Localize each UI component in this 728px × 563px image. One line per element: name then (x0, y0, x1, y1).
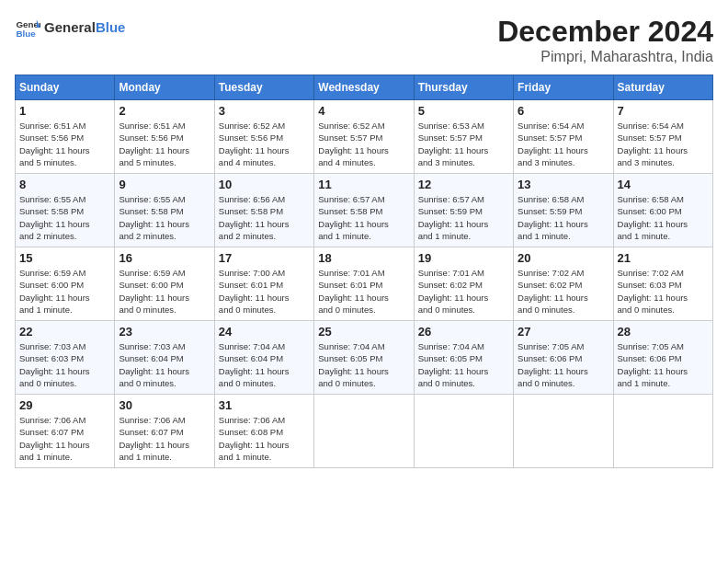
day-number: 27 (518, 325, 609, 339)
day-info: Sunrise: 7:03 AMSunset: 6:03 PMDaylight:… (19, 340, 110, 389)
day-info: Sunrise: 6:51 AMSunset: 5:56 PMDaylight:… (19, 120, 110, 168)
day-info: Sunrise: 7:01 AMSunset: 6:02 PMDaylight:… (418, 267, 509, 316)
calendar-cell: 31 Sunrise: 7:06 AMSunset: 6:08 PMDaylig… (214, 395, 313, 468)
day-number: 2 (119, 104, 210, 118)
calendar-table: Sunday Monday Tuesday Wednesday Thursday… (15, 75, 713, 468)
day-number: 3 (219, 104, 310, 118)
day-number: 4 (318, 104, 409, 118)
calendar-week-row: 22 Sunrise: 7:03 AMSunset: 6:03 PMDaylig… (16, 321, 713, 395)
day-info: Sunrise: 7:02 AMSunset: 6:03 PMDaylight:… (618, 267, 709, 316)
calendar-cell (314, 395, 414, 468)
calendar-week-row: 15 Sunrise: 6:59 AMSunset: 6:00 PMDaylig… (16, 247, 713, 321)
day-number: 17 (219, 251, 310, 265)
day-info: Sunrise: 7:06 AMSunset: 6:07 PMDaylight:… (19, 414, 110, 463)
calendar-cell: 2 Sunrise: 6:51 AMSunset: 5:56 PMDayligh… (115, 100, 214, 174)
calendar-cell: 30 Sunrise: 7:06 AMSunset: 6:07 PMDaylig… (115, 395, 214, 468)
calendar-cell: 6 Sunrise: 6:54 AMSunset: 5:57 PMDayligh… (514, 100, 613, 174)
day-number: 16 (119, 251, 210, 265)
day-number: 9 (119, 178, 210, 191)
month-title: December 2024 (497, 15, 713, 49)
calendar-cell: 15 Sunrise: 6:59 AMSunset: 6:00 PMDaylig… (16, 247, 115, 321)
calendar-cell: 11 Sunrise: 6:57 AMSunset: 5:58 PMDaylig… (314, 174, 414, 247)
day-info: Sunrise: 6:58 AMSunset: 5:59 PMDaylight:… (518, 193, 609, 242)
day-info: Sunrise: 6:56 AMSunset: 5:58 PMDaylight:… (219, 193, 310, 242)
calendar-cell: 24 Sunrise: 7:04 AMSunset: 6:04 PMDaylig… (214, 321, 313, 395)
calendar-cell: 20 Sunrise: 7:02 AMSunset: 6:02 PMDaylig… (514, 247, 613, 321)
calendar-cell: 27 Sunrise: 7:05 AMSunset: 6:06 PMDaylig… (514, 321, 613, 395)
day-info: Sunrise: 7:05 AMSunset: 6:06 PMDaylight:… (518, 340, 609, 389)
day-number: 10 (219, 178, 310, 191)
day-info: Sunrise: 7:01 AMSunset: 6:01 PMDaylight:… (318, 267, 409, 316)
calendar-cell: 5 Sunrise: 6:53 AMSunset: 5:57 PMDayligh… (414, 100, 513, 174)
day-info: Sunrise: 6:58 AMSunset: 6:00 PMDaylight:… (618, 193, 709, 242)
day-number: 28 (618, 325, 709, 339)
calendar-cell (613, 395, 712, 468)
day-number: 11 (318, 178, 409, 191)
day-info: Sunrise: 6:59 AMSunset: 6:00 PMDaylight:… (119, 267, 210, 316)
day-info: Sunrise: 7:02 AMSunset: 6:02 PMDaylight:… (518, 267, 609, 316)
day-number: 25 (318, 325, 409, 339)
calendar-cell: 26 Sunrise: 7:04 AMSunset: 6:05 PMDaylig… (414, 321, 513, 395)
day-info: Sunrise: 6:55 AMSunset: 5:58 PMDaylight:… (19, 193, 110, 242)
calendar-cell: 7 Sunrise: 6:54 AMSunset: 5:57 PMDayligh… (613, 100, 712, 174)
logo: General Blue GeneralBlue (15, 15, 125, 40)
day-number: 7 (618, 104, 709, 118)
calendar-cell: 28 Sunrise: 7:05 AMSunset: 6:06 PMDaylig… (613, 321, 712, 395)
day-number: 26 (418, 325, 509, 339)
day-info: Sunrise: 6:57 AMSunset: 5:59 PMDaylight:… (418, 193, 509, 242)
day-info: Sunrise: 7:04 AMSunset: 6:05 PMDaylight:… (418, 340, 509, 389)
day-info: Sunrise: 7:06 AMSunset: 6:07 PMDaylight:… (119, 414, 210, 463)
calendar-cell: 16 Sunrise: 6:59 AMSunset: 6:00 PMDaylig… (115, 247, 214, 321)
day-info: Sunrise: 7:04 AMSunset: 6:04 PMDaylight:… (219, 340, 310, 389)
header-monday: Monday (115, 75, 214, 100)
calendar-cell: 1 Sunrise: 6:51 AMSunset: 5:56 PMDayligh… (16, 100, 115, 174)
calendar-cell: 8 Sunrise: 6:55 AMSunset: 5:58 PMDayligh… (16, 174, 115, 247)
calendar-cell: 22 Sunrise: 7:03 AMSunset: 6:03 PMDaylig… (16, 321, 115, 395)
calendar-cell: 10 Sunrise: 6:56 AMSunset: 5:58 PMDaylig… (214, 174, 313, 247)
calendar-week-row: 1 Sunrise: 6:51 AMSunset: 5:56 PMDayligh… (16, 100, 713, 174)
day-info: Sunrise: 7:03 AMSunset: 6:04 PMDaylight:… (119, 340, 210, 389)
logo-icon: General Blue (15, 15, 40, 40)
calendar-cell: 12 Sunrise: 6:57 AMSunset: 5:59 PMDaylig… (414, 174, 513, 247)
day-number: 19 (418, 251, 509, 265)
day-number: 20 (518, 251, 609, 265)
day-number: 22 (19, 325, 110, 339)
logo-general: General (44, 19, 96, 35)
day-info: Sunrise: 6:53 AMSunset: 5:57 PMDaylight:… (418, 120, 509, 168)
day-info: Sunrise: 6:54 AMSunset: 5:57 PMDaylight:… (518, 120, 609, 168)
header-saturday: Saturday (613, 75, 712, 100)
title-area: December 2024 Pimpri, Maharashtra, India (497, 15, 713, 65)
day-info: Sunrise: 6:52 AMSunset: 5:57 PMDaylight:… (318, 120, 409, 168)
calendar-cell: 3 Sunrise: 6:52 AMSunset: 5:56 PMDayligh… (214, 100, 313, 174)
location-subtitle: Pimpri, Maharashtra, India (497, 49, 713, 65)
day-number: 29 (19, 398, 110, 412)
header: General Blue GeneralBlue December 2024 P… (15, 15, 713, 65)
header-friday: Friday (514, 75, 613, 100)
calendar-cell: 14 Sunrise: 6:58 AMSunset: 6:00 PMDaylig… (613, 174, 712, 247)
calendar-cell: 21 Sunrise: 7:02 AMSunset: 6:03 PMDaylig… (613, 247, 712, 321)
day-info: Sunrise: 7:00 AMSunset: 6:01 PMDaylight:… (219, 267, 310, 316)
day-info: Sunrise: 7:04 AMSunset: 6:05 PMDaylight:… (318, 340, 409, 389)
calendar-cell: 18 Sunrise: 7:01 AMSunset: 6:01 PMDaylig… (314, 247, 414, 321)
calendar-cell: 4 Sunrise: 6:52 AMSunset: 5:57 PMDayligh… (314, 100, 414, 174)
day-number: 21 (618, 251, 709, 265)
day-info: Sunrise: 6:52 AMSunset: 5:56 PMDaylight:… (219, 120, 310, 168)
day-number: 18 (318, 251, 409, 265)
day-info: Sunrise: 6:55 AMSunset: 5:58 PMDaylight:… (119, 193, 210, 242)
calendar-cell: 13 Sunrise: 6:58 AMSunset: 5:59 PMDaylig… (514, 174, 613, 247)
day-info: Sunrise: 6:51 AMSunset: 5:56 PMDaylight:… (119, 120, 210, 168)
day-number: 30 (119, 398, 210, 412)
calendar-cell: 9 Sunrise: 6:55 AMSunset: 5:58 PMDayligh… (115, 174, 214, 247)
day-number: 1 (19, 104, 110, 118)
calendar-cell: 25 Sunrise: 7:04 AMSunset: 6:05 PMDaylig… (314, 321, 414, 395)
day-number: 6 (518, 104, 609, 118)
calendar-cell (414, 395, 513, 468)
day-number: 13 (518, 178, 609, 191)
calendar-cell: 19 Sunrise: 7:01 AMSunset: 6:02 PMDaylig… (414, 247, 513, 321)
day-number: 14 (618, 178, 709, 191)
calendar-cell: 23 Sunrise: 7:03 AMSunset: 6:04 PMDaylig… (115, 321, 214, 395)
day-info: Sunrise: 6:59 AMSunset: 6:00 PMDaylight:… (19, 267, 110, 316)
day-number: 15 (19, 251, 110, 265)
day-number: 23 (119, 325, 210, 339)
calendar-cell (514, 395, 613, 468)
